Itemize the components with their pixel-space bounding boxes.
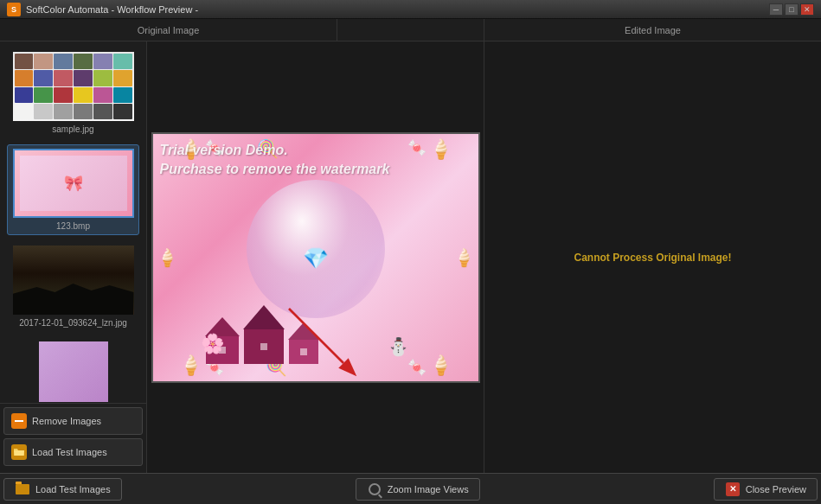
list-item[interactable]: 🎀 123.bmp xyxy=(7,144,139,235)
image-list[interactable]: sample.jpg 🎀 123.bmp xyxy=(0,41,146,403)
remove-images-label: Remove Images xyxy=(32,416,101,426)
folder-icon xyxy=(11,444,27,460)
thumbnail-wrap xyxy=(39,341,108,402)
sidebar: sample.jpg 🎀 123.bmp xyxy=(0,41,147,473)
original-image-preview: Trial version Demo. Purchase to remove t… xyxy=(151,132,480,383)
flower-decoration: 🌸 xyxy=(201,333,224,355)
title-bar: S SoftColor Automata - Workflow Preview … xyxy=(0,0,821,19)
close-window-button[interactable]: ✕ xyxy=(800,3,814,16)
load-test-images-label: Load Test Images xyxy=(32,447,107,457)
list-item[interactable]: sample.jpg xyxy=(7,48,139,137)
image-filename: sample.jpg xyxy=(10,124,136,134)
close-preview-button[interactable]: ✕ Close Preview xyxy=(714,478,818,501)
edited-preview-panel: Cannot Process Original Image! xyxy=(484,41,821,473)
svg-rect-0 xyxy=(15,420,23,422)
sidebar-buttons: Remove Images Load Test Images xyxy=(0,403,146,473)
main-container: Original Image Edited Image sample.jpg xyxy=(0,19,821,504)
remove-images-button[interactable]: Remove Images xyxy=(3,407,143,435)
colorchecker-thumb xyxy=(13,52,134,121)
pink-thumb-inner: 🎀 xyxy=(20,156,127,211)
sidebar-header-spacer xyxy=(337,19,484,41)
dark-thumb xyxy=(13,246,134,315)
load-test-images-toolbar-label: Load Test Images xyxy=(35,484,111,494)
app-logo: S xyxy=(7,3,21,16)
load-test-images-button[interactable]: Load Test Images xyxy=(3,438,143,466)
silhouette xyxy=(13,280,134,315)
thumbnail-wrap: 🎀 xyxy=(13,149,134,218)
image-filename: 123.bmp xyxy=(11,221,135,231)
original-preview-panel: Trial version Demo. Purchase to remove t… xyxy=(147,41,484,473)
close-icon-wrap: ✕ xyxy=(725,482,741,497)
maximize-button[interactable]: □ xyxy=(785,3,799,16)
snowman-decoration: ⛄ xyxy=(388,336,409,357)
thumbnail-wrap xyxy=(13,246,134,315)
original-image-label: Original Image xyxy=(138,25,200,35)
zoom-icon-wrap xyxy=(367,482,382,497)
zoom-image-views-button[interactable]: Zoom Image Views xyxy=(356,478,480,501)
header-bar: Original Image Edited Image xyxy=(0,19,821,41)
list-item[interactable]: 2017-12-01_093624_Magnifi... xyxy=(7,338,139,403)
bottom-toolbar: Load Test Images Zoom Image Views ✕ Clos… xyxy=(0,473,821,504)
pink-thumb: 🎀 xyxy=(15,150,132,216)
edited-image-label: Edited Image xyxy=(625,25,681,35)
content-area: sample.jpg 🎀 123.bmp xyxy=(0,41,821,473)
zoom-image-views-label: Zoom Image Views xyxy=(388,484,469,494)
window-title: SoftColor Automata - Workflow Preview - xyxy=(26,4,198,15)
original-image-header: Original Image xyxy=(0,19,337,41)
folder-open-icon xyxy=(16,484,29,494)
close-preview-label: Close Preview xyxy=(746,484,806,494)
list-item[interactable]: 2017-12-01_093624_lzn.jpg xyxy=(7,242,139,331)
pink-decoration: 🎀 xyxy=(64,174,83,193)
preview-area: Trial version Demo. Purchase to remove t… xyxy=(147,41,821,473)
thumbnail-wrap xyxy=(13,52,134,121)
image-filename: 2017-12-01_093624_lzn.jpg xyxy=(10,318,136,328)
folder-icon-wrap xyxy=(15,482,30,497)
minimize-button[interactable]: ─ xyxy=(769,3,783,16)
pendant-decoration: 💎 xyxy=(303,246,329,271)
watermark-text: Trial version Demo. Purchase to remove t… xyxy=(160,141,390,180)
title-bar-left: S SoftColor Automata - Workflow Preview … xyxy=(7,3,198,16)
cannot-process-message: Cannot Process Original Image! xyxy=(574,252,731,264)
load-test-images-toolbar-button[interactable]: Load Test Images xyxy=(3,478,122,501)
window-controls: ─ □ ✕ xyxy=(769,3,814,16)
close-red-icon: ✕ xyxy=(726,482,740,496)
zoom-icon xyxy=(369,483,381,495)
remove-icon xyxy=(11,413,27,429)
magnifi-overlay xyxy=(39,341,108,402)
magnifi-thumb xyxy=(39,341,108,402)
edited-image-header: Edited Image xyxy=(484,19,821,41)
